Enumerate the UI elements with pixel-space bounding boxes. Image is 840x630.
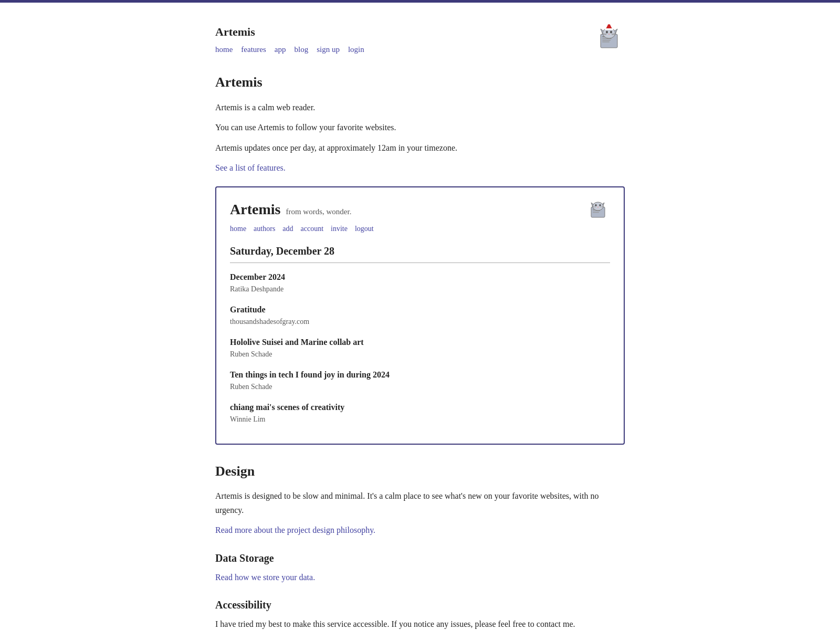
design-section: Design Artemis is designed to be slow an…	[215, 460, 625, 630]
hero-desc-3: Artemis updates once per day, at approxi…	[215, 141, 625, 155]
preview-header: Artemis from words, wonder. home authors…	[230, 198, 610, 235]
design-description: Artemis is designed to be slow and minim…	[215, 489, 625, 517]
preview-logo-icon	[587, 198, 610, 221]
feed-item-author-4: Winnie Lim	[230, 414, 610, 425]
svg-point-24	[593, 202, 603, 211]
feed-item-author-1: thousandshadesofgray.com	[230, 316, 610, 328]
site-header: Artemis home features app blog sign up l…	[215, 13, 625, 66]
preview-nav-account[interactable]: account	[301, 223, 324, 235]
hero-title: Artemis	[215, 71, 625, 93]
data-storage-title: Data Storage	[215, 550, 625, 566]
preview-nav: home authors add account invite logout	[230, 223, 374, 235]
main-nav: home features app blog sign up login	[215, 43, 364, 56]
svg-point-17	[608, 23, 611, 25]
feed-item: December 2024 Ratika Deshpande	[230, 270, 610, 296]
preview-date: Saturday, December 28	[230, 243, 610, 263]
feed-item-author-3: Ruben Schade	[230, 381, 610, 393]
nav-home[interactable]: home	[215, 43, 233, 56]
svg-point-8	[606, 31, 608, 34]
svg-rect-3	[602, 40, 611, 41]
accessibility-section: Accessibility I have tried my best to ma…	[215, 596, 625, 630]
nav-signup[interactable]: sign up	[317, 43, 340, 56]
feed-item-title-0: December 2024	[230, 270, 610, 284]
preview-header-left: Artemis from words, wonder. home authors…	[230, 198, 374, 235]
svg-rect-16	[605, 28, 613, 30]
main-content: Artemis Artemis is a calm web reader. Yo…	[215, 66, 625, 630]
preview-nav-logout[interactable]: logout	[355, 223, 374, 235]
feed-item-title-4: chiang mai's scenes of creativity	[230, 401, 610, 414]
feed-item-title-2: Hololive Suisei and Marine collab art	[230, 335, 610, 349]
data-storage-section: Data Storage Read how we store your data…	[215, 550, 625, 584]
accessibility-title: Accessibility	[215, 596, 625, 613]
nav-features[interactable]: features	[241, 43, 266, 56]
feed-item-title-1: Gratitude	[230, 303, 610, 317]
svg-point-26	[599, 204, 601, 206]
preview-logo-line: Artemis from words, wonder.	[230, 198, 374, 222]
accessibility-description: I have tried my best to make this servic…	[215, 617, 625, 630]
svg-point-25	[595, 204, 596, 206]
design-philosophy-link[interactable]: Read more about the project design philo…	[215, 526, 375, 534]
feed-item-author-0: Ratika Deshpande	[230, 284, 610, 295]
svg-point-10	[608, 34, 610, 35]
feed-item-title-3: Ten things in tech I found joy in during…	[230, 368, 610, 382]
nav-login[interactable]: login	[348, 43, 364, 56]
feed-item-author-2: Ruben Schade	[230, 349, 610, 360]
preview-nav-authors[interactable]: authors	[254, 223, 275, 235]
preview-nav-invite[interactable]: invite	[331, 223, 348, 235]
hero-desc-1: Artemis is a calm web reader.	[215, 101, 625, 114]
feed-item: Gratitude thousandshadesofgray.com	[230, 303, 610, 328]
nav-blog[interactable]: blog	[294, 43, 308, 56]
preview-site-name: Artemis	[230, 198, 280, 222]
design-title: Design	[215, 460, 625, 482]
data-storage-link[interactable]: Read how we store your data.	[215, 573, 315, 582]
hero-desc-2: You can use Artemis to follow your favor…	[215, 121, 625, 134]
feed-item: chiang mai's scenes of creativity Winnie…	[230, 401, 610, 426]
svg-rect-4	[602, 41, 610, 43]
preview-date-section: Saturday, December 28 December 2024 Rati…	[230, 243, 610, 426]
preview-nav-add[interactable]: add	[282, 223, 293, 235]
nav-app[interactable]: app	[275, 43, 286, 56]
header-left: Artemis home features app blog sign up l…	[215, 23, 364, 56]
svg-point-9	[610, 31, 612, 34]
page-container: Artemis home features app blog sign up l…	[194, 3, 646, 630]
features-link[interactable]: See a list of features.	[215, 163, 286, 172]
svg-point-27	[597, 206, 598, 207]
preview-box: Artemis from words, wonder. home authors…	[215, 186, 625, 445]
preview-nav-home[interactable]: home	[230, 223, 246, 235]
svg-rect-21	[593, 212, 599, 213]
preview-tagline: from words, wonder.	[286, 205, 351, 218]
hero-section: Artemis Artemis is a calm web reader. Yo…	[215, 71, 625, 174]
site-logo-icon	[595, 23, 625, 52]
feed-item: Ten things in tech I found joy in during…	[230, 368, 610, 393]
site-title[interactable]: Artemis	[215, 23, 364, 41]
feed-item: Hololive Suisei and Marine collab art Ru…	[230, 335, 610, 361]
